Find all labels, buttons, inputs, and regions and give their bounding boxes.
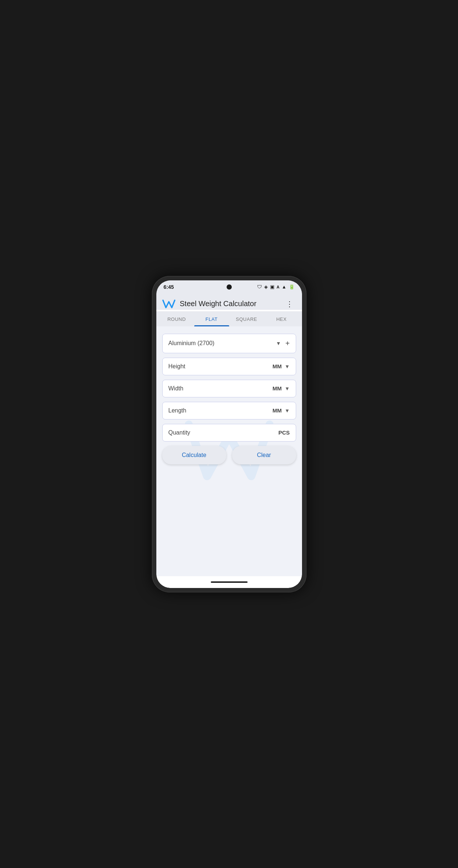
camera-notch <box>227 284 232 290</box>
quantity-field[interactable]: Quantity PCS <box>162 424 296 442</box>
width-controls: MM ▼ <box>273 385 290 392</box>
phone-inner: 6:45 🛡 ◈ ▣ A ▲ 🔋 <box>156 280 302 588</box>
height-field[interactable]: Height MM ▼ <box>162 358 296 375</box>
material-selector[interactable]: Aluminium (2700) ▼ + <box>162 334 296 353</box>
calculate-button[interactable]: Calculate <box>162 446 226 464</box>
tab-flat[interactable]: FLAT <box>194 311 229 326</box>
shield-icon: 🛡 <box>257 284 262 290</box>
length-label: Length <box>168 407 187 414</box>
quantity-label: Quantity <box>168 429 191 436</box>
sim-icon: ▣ <box>270 284 274 290</box>
camera-notch-container <box>227 284 232 290</box>
location-icon: ◈ <box>264 284 268 290</box>
width-unit: MM <box>273 385 282 392</box>
signal-icon: ▲ <box>282 284 287 290</box>
status-icons: 🛡 ◈ ▣ A ▲ 🔋 <box>257 284 295 290</box>
quantity-controls: PCS <box>278 429 290 436</box>
material-controls: ▼ + <box>276 339 290 348</box>
home-bar <box>156 576 302 588</box>
action-buttons: Calculate Clear <box>162 446 296 464</box>
height-controls: MM ▼ <box>273 363 290 369</box>
tabs-container: ROUND FLAT SQUARE HEX <box>156 311 302 326</box>
material-label: Aluminium (2700) <box>168 340 214 347</box>
battery-icon: 🔋 <box>289 284 295 290</box>
app-logo <box>162 299 175 309</box>
length-unit-dropdown[interactable]: ▼ <box>285 408 290 414</box>
height-unit-dropdown[interactable]: ▼ <box>285 364 290 369</box>
quantity-unit: PCS <box>278 429 290 436</box>
screen: 6:45 🛡 ◈ ▣ A ▲ 🔋 <box>156 280 302 588</box>
width-label: Width <box>168 385 184 392</box>
width-unit-dropdown[interactable]: ▼ <box>285 386 290 392</box>
overflow-menu-button[interactable]: ⋮ <box>283 298 296 310</box>
tab-round[interactable]: ROUND <box>159 311 194 326</box>
phone-frame: 6:45 🛡 ◈ ▣ A ▲ 🔋 <box>152 276 306 592</box>
height-label: Height <box>168 363 185 370</box>
tab-square[interactable]: SQUARE <box>229 311 264 326</box>
home-indicator <box>211 581 248 583</box>
main-content: Aluminium (2700) ▼ + Height MM ▼ <box>156 326 302 576</box>
material-dropdown-arrow[interactable]: ▼ <box>276 340 281 346</box>
height-unit: MM <box>273 363 282 369</box>
app-title: Steel Weight Calculator <box>180 300 278 308</box>
app-header: Steel Weight Calculator ⋮ <box>156 294 302 310</box>
a-icon: A <box>277 285 280 289</box>
tab-hex[interactable]: HEX <box>264 311 299 326</box>
add-material-button[interactable]: + <box>285 339 290 348</box>
length-controls: MM ▼ <box>273 407 290 414</box>
status-bar: 6:45 🛡 ◈ ▣ A ▲ 🔋 <box>156 280 302 294</box>
status-time: 6:45 <box>164 284 174 290</box>
clear-button[interactable]: Clear <box>232 446 296 464</box>
length-field[interactable]: Length MM ▼ <box>162 402 296 419</box>
length-unit: MM <box>273 407 282 414</box>
width-field[interactable]: Width MM ▼ <box>162 380 296 397</box>
